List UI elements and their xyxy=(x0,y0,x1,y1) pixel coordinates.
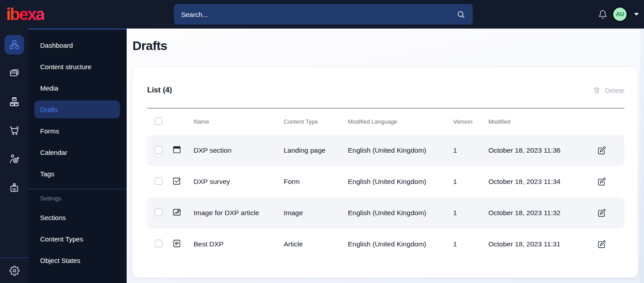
topbar: ibexa AU xyxy=(0,0,644,29)
row-content-type: Article xyxy=(279,240,343,248)
rail-item-corporate[interactable] xyxy=(4,178,24,197)
row-version: 1 xyxy=(449,178,484,186)
drafts-card: List (4) Delete Name Content Type xyxy=(132,67,638,278)
article-icon xyxy=(172,238,182,249)
page-title: Drafts xyxy=(132,37,644,54)
edit-button[interactable] xyxy=(597,177,607,187)
row-content-type: Image xyxy=(279,209,343,217)
table-header: Name Content Type Modified Language Vers… xyxy=(147,108,624,135)
sidebar-item-dashboard[interactable]: Dashboard xyxy=(34,36,120,54)
rail-bottom xyxy=(0,258,29,283)
row-version: 1 xyxy=(449,146,484,154)
edit-button[interactable] xyxy=(597,239,607,249)
search-icon[interactable] xyxy=(456,10,466,19)
column-version: Version xyxy=(449,118,484,125)
icon-rail xyxy=(0,29,29,283)
row-checkbox[interactable] xyxy=(155,146,162,154)
row-version: 1 xyxy=(449,209,484,217)
column-content-type: Content Type xyxy=(279,118,343,125)
avatar[interactable]: AU xyxy=(613,8,627,21)
sidebar-item-object-states[interactable]: Object States xyxy=(34,251,120,269)
trash-icon xyxy=(593,86,601,94)
row-checkbox[interactable] xyxy=(155,240,162,247)
topbar-right: AU xyxy=(598,0,639,29)
delete-button[interactable]: Delete xyxy=(593,86,624,94)
table-row[interactable]: DXP survey Form English (United Kingdom)… xyxy=(147,166,624,197)
settings-section-label: Settings xyxy=(29,189,127,208)
landing-page-icon xyxy=(172,145,182,155)
product-boxes-icon xyxy=(8,96,20,108)
form-icon xyxy=(172,176,182,186)
rail-item-content[interactable] xyxy=(4,35,24,54)
column-modified-language: Modified Language xyxy=(343,118,449,125)
sidebar-menu: Dashboard Content structure Media Drafts… xyxy=(29,29,127,283)
app-root: ibexa AU xyxy=(0,0,644,283)
ibexa-logo[interactable]: ibexa xyxy=(6,6,44,22)
gear-icon xyxy=(9,266,20,276)
row-name[interactable]: DXP survey xyxy=(189,178,279,186)
edit-icon xyxy=(597,146,607,155)
row-name[interactable]: Image for DXP article xyxy=(189,209,279,217)
table-row[interactable]: Image for DXP article Image English (Uni… xyxy=(147,197,624,229)
table-row[interactable]: Best DXP Article English (United Kingdom… xyxy=(147,229,624,260)
sidebar-item-media[interactable]: Media xyxy=(34,79,120,97)
row-modified: October 18, 2023 11:32 xyxy=(484,209,580,217)
sidebar-item-content-types[interactable]: Content Types xyxy=(34,230,120,248)
rail-item-pages[interactable] xyxy=(4,63,24,83)
user-target-icon xyxy=(8,153,20,165)
rail-item-personalization[interactable] xyxy=(4,149,24,169)
delete-button-label: Delete xyxy=(605,87,624,94)
edit-icon xyxy=(597,239,607,249)
badge-icon xyxy=(8,182,20,193)
table-body: DXP section Landing page English (United… xyxy=(147,135,624,260)
sidebar-item-calendar[interactable]: Calendar xyxy=(34,143,120,161)
sidebar-item-drafts[interactable]: Drafts xyxy=(34,100,120,118)
rail-item-products[interactable] xyxy=(4,92,24,112)
row-checkbox[interactable] xyxy=(155,177,162,185)
row-version: 1 xyxy=(449,240,484,248)
row-modified: October 18, 2023 11:36 xyxy=(484,146,580,154)
content-cards-icon xyxy=(8,67,20,79)
sidebar-item-forms[interactable]: Forms xyxy=(34,122,120,140)
chevron-down-icon[interactable] xyxy=(634,13,639,16)
cart-icon xyxy=(8,125,20,136)
row-content-type: Landing page xyxy=(279,146,343,154)
row-name[interactable]: DXP section xyxy=(189,146,279,154)
row-name[interactable]: Best DXP xyxy=(189,240,279,248)
bell-icon xyxy=(598,10,607,19)
column-name: Name xyxy=(189,118,279,125)
select-all-checkbox[interactable] xyxy=(155,117,162,125)
edit-button[interactable] xyxy=(597,208,607,218)
sidebar-item-content-structure[interactable]: Content structure xyxy=(34,58,120,75)
image-icon xyxy=(172,207,182,217)
main-content: Drafts List (4) Delete xyxy=(127,29,644,283)
body: Dashboard Content structure Media Drafts… xyxy=(0,29,644,283)
list-title: List (4) xyxy=(147,86,172,95)
row-modified: October 18, 2023 11:31 xyxy=(484,240,580,248)
edit-icon xyxy=(597,177,607,187)
list-header: List (4) Delete xyxy=(147,85,624,96)
row-modified-language: English (United Kingdom) xyxy=(343,146,449,154)
sidebar-item-sections[interactable]: Sections xyxy=(34,208,120,226)
notifications-button[interactable] xyxy=(598,10,607,19)
global-search xyxy=(174,4,473,25)
row-modified-language: English (United Kingdom) xyxy=(343,209,449,217)
search-input[interactable] xyxy=(181,11,456,18)
column-modified: Modified xyxy=(484,118,580,125)
row-content-type: Form xyxy=(279,178,343,186)
edit-button[interactable] xyxy=(597,146,607,155)
settings-gear-button[interactable] xyxy=(9,266,20,276)
sitemap-icon xyxy=(8,39,20,50)
row-checkbox[interactable] xyxy=(155,208,162,216)
page-scrollbar[interactable] xyxy=(640,29,644,283)
row-modified-language: English (United Kingdom) xyxy=(343,240,449,248)
table-row[interactable]: DXP section Landing page English (United… xyxy=(147,135,624,166)
edit-icon xyxy=(597,208,607,218)
row-modified: October 18, 2023 11:34 xyxy=(484,178,580,186)
sidebar-item-tags[interactable]: Tags xyxy=(34,165,120,183)
rail-item-commerce[interactable] xyxy=(4,121,24,140)
row-modified-language: English (United Kingdom) xyxy=(343,178,449,186)
